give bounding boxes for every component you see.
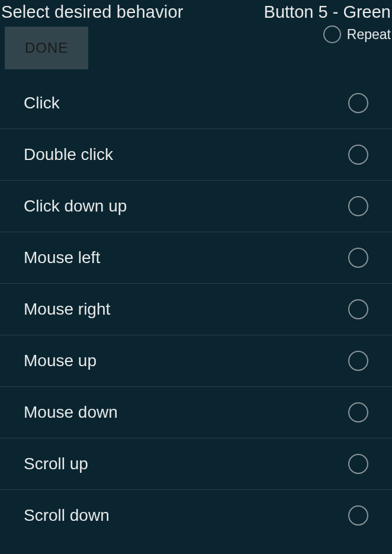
option-mouse-up[interactable]: Mouse up [0,335,392,387]
header-left: Select desired behavior DONE [1,2,184,69]
radio-icon [348,145,368,165]
repeat-toggle[interactable]: Repeat [323,25,391,43]
option-label: Mouse right [24,300,110,319]
radio-icon [348,402,368,422]
option-scroll-up[interactable]: Scroll up [0,438,392,490]
option-label: Click [24,94,60,113]
option-click-down-up[interactable]: Click down up [0,181,392,232]
radio-icon [323,25,341,43]
radio-icon [348,93,368,113]
radio-icon [348,454,368,474]
option-mouse-right[interactable]: Mouse right [0,284,392,335]
option-mouse-down[interactable]: Mouse down [0,387,392,438]
page-title: Select desired behavior [1,2,184,22]
option-mouse-left[interactable]: Mouse left [0,232,392,284]
option-click[interactable]: Click [0,78,392,129]
radio-icon [348,248,368,268]
done-button[interactable]: DONE [5,27,88,69]
repeat-label: Repeat [347,27,391,43]
option-label: Click down up [24,197,127,216]
option-label: Scroll up [24,454,88,473]
option-label: Double click [24,145,113,164]
option-label: Scroll down [24,506,110,525]
option-label: Mouse up [24,351,97,370]
header-right: Button 5 - Green Repeat [264,2,391,43]
option-scroll-down[interactable]: Scroll down [0,490,392,541]
option-label: Mouse down [24,403,118,422]
radio-icon [348,299,368,319]
option-double-click[interactable]: Double click [0,129,392,181]
radio-icon [348,351,368,371]
radio-icon [348,505,368,526]
context-subtitle: Button 5 - Green [264,2,391,22]
radio-icon [348,196,368,216]
behavior-list: Click Double click Click down up Mouse l… [0,78,392,541]
header: Select desired behavior DONE Button 5 - … [0,0,392,69]
option-label: Mouse left [24,248,100,267]
